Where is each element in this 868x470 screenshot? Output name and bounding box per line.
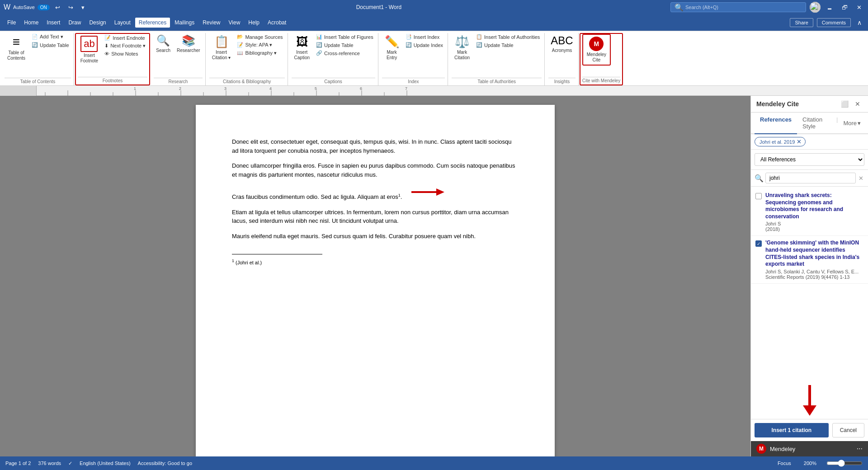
tab-references[interactable]: References [755,113,797,134]
search-clear-btn[interactable]: ✕ [858,174,864,183]
next-footnote-btn[interactable]: ⬇Next Footnote ▾ [103,42,147,50]
style-btn[interactable]: 📝Style: APA ▾ [235,41,284,49]
mendeley-detach-btn[interactable]: ⬜ [839,99,851,108]
menu-bar-right: Share Comments ∧ [790,18,864,27]
ref-item-2[interactable]: 'Genome skimming' with the MinION hand-h… [751,236,868,283]
doc-area[interactable]: Donec elit est, consectetuer eget, conse… [0,96,750,456]
cancel-btn[interactable]: Cancel [832,423,864,437]
bibliography-btn[interactable]: 📖Bibliography ▾ [235,49,284,57]
menu-help[interactable]: Help [245,18,263,28]
focus-btn[interactable]: Focus [775,460,794,467]
comments-btn[interactable]: Comments [817,18,851,27]
share-btn[interactable]: Share [790,18,813,27]
menu-view[interactable]: View [225,18,244,28]
show-notes-btn[interactable]: 👁Show Notes [103,50,147,57]
menu-home[interactable]: Home [20,18,42,28]
ref-1-author: Johri S [765,221,863,226]
insert-index-icon: 📑 [406,34,412,40]
menu-acrobat[interactable]: Acrobat [264,18,290,28]
table-of-contents-btn[interactable]: ≡ Table ofContents [5,33,28,63]
tab-more[interactable]: More ▾ [840,113,864,133]
mark-entry-btn[interactable]: ✏️ MarkEntry [382,33,402,62]
insert-table-authorities-btn[interactable]: 📋Insert Table of Authorities [474,33,542,41]
insert-citation-btn[interactable]: 📋 InsertCitation ▾ [209,33,234,62]
mendeley-bottom-title: Mendeley [770,446,795,452]
caption-icon: 🖼 [296,35,308,49]
ref-2-checkbox[interactable] [755,240,762,247]
ribbon-content: ≡ Table ofContents 📄Add Text ▾ 🔄Update T… [0,31,868,85]
menu-mailings[interactable]: Mailings [171,18,198,28]
menu-review[interactable]: Review [199,18,224,28]
menu-insert[interactable]: Insert [43,18,64,28]
all-references-select[interactable]: All References [755,153,864,166]
ribbon-collapse-btn[interactable]: ∧ [854,18,864,27]
period: . [401,193,402,200]
menu-references[interactable]: References [135,18,170,28]
acronyms-btn[interactable]: ABC Acronyms [548,33,575,55]
add-text-btn[interactable]: 📄Add Text ▾ [30,33,71,41]
manage-sources-icon: 📂 [237,34,243,40]
update-index-btn[interactable]: 🔄Update Index [404,41,445,49]
mendeley-cite-btn[interactable]: M MendeleyCite [582,34,611,66]
undo-btn[interactable]: ↩ [52,3,63,12]
autosave-toggle[interactable]: ON [38,5,50,10]
minimize-btn[interactable]: 🗕 [824,3,835,12]
mendeley-header: Mendeley Cite ⬜ ✕ [751,96,868,113]
insert-footnote-btn[interactable]: ab InsertFootnote [78,34,101,66]
svg-rect-1 [36,86,37,96]
cross-reference-btn[interactable]: 🔗Cross-reference [314,49,375,57]
zoom-btn[interactable]: 200% [801,460,819,467]
insights-group-label: Insights [548,78,575,85]
ribbon-group-toc: ≡ Table ofContents 📄Add Text ▾ 🔄Update T… [2,33,74,85]
insert-caption-btn[interactable]: 🖼 InsertCaption [292,33,312,62]
tab-citation-style[interactable]: Citation Style [797,113,835,134]
insert-endnote-btn[interactable]: 📝Insert Endnote [103,34,147,42]
bibliography-icon: 📖 [237,50,243,56]
page-info: Page 1 of 2 [5,461,31,466]
manage-sources-btn[interactable]: 📂Manage Sources [235,33,284,41]
insert-index-btn[interactable]: 📑Insert Index [404,33,445,41]
ref-1-checkbox[interactable] [755,193,762,199]
insert-table-of-figures-btn[interactable]: 📊Insert Table of Figures [314,33,375,41]
redo-btn[interactable]: ↪ [66,3,76,12]
zoom-slider[interactable] [826,460,863,467]
mendeley-close-btn[interactable]: ✕ [853,99,863,108]
status-bar: Page 1 of 2 376 words ✓ English (United … [0,456,868,470]
close-btn[interactable]: ✕ [854,3,864,12]
menu-file[interactable]: File [4,18,19,28]
svg-rect-0 [0,86,36,96]
para-5: Mauris eleifend nulla eget mauris. Sed c… [232,232,519,241]
show-notes-icon: 👁 [104,51,109,56]
search-input[interactable] [685,5,802,10]
ribbon-group-index: ✏️ MarkEntry 📑Insert Index 🔄Update Index… [379,33,448,85]
search-magnifier-icon: 🔍 [755,174,764,183]
mendeley-search-input[interactable] [765,173,856,183]
language: English (United States) [80,461,131,466]
menu-layout[interactable]: Layout [111,18,134,28]
endnote-icon: 📝 [104,35,111,41]
search-btn[interactable]: 🔍 Search [154,33,173,55]
mendeley-options-btn[interactable]: ··· [857,445,863,453]
update-table-captions-btn[interactable]: 🔄Update Table [314,41,375,49]
acronyms-icon: ABC [551,34,573,47]
tab-separator: | [835,113,840,133]
para-2: Donec ullamcorper fringilla eros. Fusce … [232,161,519,179]
researcher-btn[interactable]: 📚 Researcher [175,33,203,55]
ref-item-1[interactable]: Unraveling shark secrets: Sequencing gen… [751,188,868,236]
status-right: Focus 200% [775,460,863,467]
insert-citation-btn[interactable]: Insert 1 citation [755,423,829,437]
customize-btn[interactable]: ▾ [79,3,87,12]
mark-citation-btn[interactable]: ⚖️ MarkCitation [452,33,472,62]
ribbon-group-citations: 📋 InsertCitation ▾ 📂Manage Sources 📝Styl… [207,33,288,85]
menu-draw[interactable]: Draw [65,18,85,28]
ribbon-group-captions: 🖼 InsertCaption 📊Insert Table of Figures… [289,33,378,85]
restore-btn[interactable]: 🗗 [839,3,850,12]
update-table-authorities-btn[interactable]: 🔄Update Table [474,41,542,49]
update-table-btn[interactable]: 🔄Update Table [30,41,71,49]
ribbon-group-insights: ABC Acronyms Insights [546,33,578,85]
tag-close-btn[interactable]: ✕ [797,138,802,145]
search-bar[interactable]: 🔍 [670,2,806,12]
footnote-content: 1 (Johri et al.) [232,258,519,266]
toc-small-btns: 📄Add Text ▾ 🔄Update Table [30,33,71,49]
menu-design[interactable]: Design [85,18,109,28]
